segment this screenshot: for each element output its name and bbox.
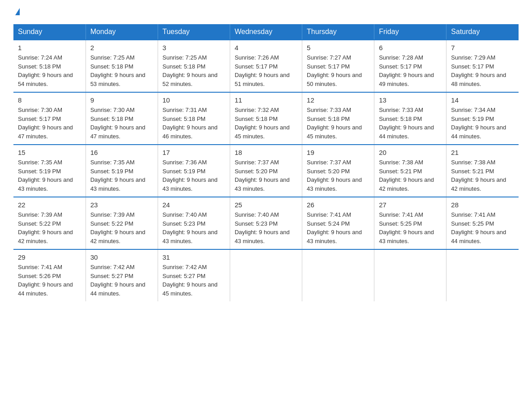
- calendar-header-row: SundayMondayTuesdayWednesdayThursdayFrid…: [13, 24, 519, 40]
- calendar-cell: 21Sunrise: 7:38 AMSunset: 5:21 PMDayligh…: [446, 145, 519, 197]
- day-info: Sunrise: 7:40 AMSunset: 5:23 PMDaylight:…: [235, 210, 297, 245]
- weekday-header-wednesday: Wednesday: [230, 24, 302, 40]
- calendar-table: SundayMondayTuesdayWednesdayThursdayFrid…: [13, 24, 519, 301]
- weekday-header-sunday: Sunday: [13, 24, 86, 40]
- day-info: Sunrise: 7:32 AMSunset: 5:18 PMDaylight:…: [235, 106, 297, 141]
- calendar-cell: 10Sunrise: 7:31 AMSunset: 5:18 PMDayligh…: [158, 92, 230, 145]
- logo: [13, 9, 20, 16]
- day-number: 1: [18, 44, 81, 51]
- day-info: Sunrise: 7:41 AMSunset: 5:26 PMDaylight:…: [18, 263, 81, 298]
- day-info: Sunrise: 7:41 AMSunset: 5:25 PMDaylight:…: [379, 210, 442, 245]
- calendar-cell: 30Sunrise: 7:42 AMSunset: 5:27 PMDayligh…: [86, 249, 158, 301]
- day-number: 3: [163, 44, 225, 51]
- day-info: Sunrise: 7:35 AMSunset: 5:19 PMDaylight:…: [90, 158, 153, 193]
- calendar-week-row: 8Sunrise: 7:30 AMSunset: 5:17 PMDaylight…: [13, 92, 519, 145]
- calendar-cell: 5Sunrise: 7:27 AMSunset: 5:17 PMDaylight…: [302, 40, 374, 92]
- weekday-header-tuesday: Tuesday: [158, 24, 230, 40]
- day-info: Sunrise: 7:33 AMSunset: 5:18 PMDaylight:…: [379, 106, 442, 141]
- calendar-cell: 20Sunrise: 7:38 AMSunset: 5:21 PMDayligh…: [374, 145, 446, 197]
- day-number: 2: [90, 44, 153, 51]
- calendar-cell: [446, 249, 519, 301]
- calendar-cell: 19Sunrise: 7:37 AMSunset: 5:20 PMDayligh…: [302, 145, 374, 197]
- day-number: 8: [18, 96, 81, 104]
- day-info: Sunrise: 7:31 AMSunset: 5:18 PMDaylight:…: [163, 106, 225, 141]
- day-number: 31: [163, 253, 225, 261]
- calendar-cell: 17Sunrise: 7:36 AMSunset: 5:19 PMDayligh…: [158, 145, 230, 197]
- day-info: Sunrise: 7:36 AMSunset: 5:19 PMDaylight:…: [163, 158, 225, 193]
- calendar-cell: 25Sunrise: 7:40 AMSunset: 5:23 PMDayligh…: [230, 197, 302, 249]
- logo-triangle-icon: [15, 8, 20, 15]
- calendar-cell: 12Sunrise: 7:33 AMSunset: 5:18 PMDayligh…: [302, 92, 374, 145]
- day-number: 11: [235, 96, 297, 104]
- day-number: 15: [18, 149, 81, 156]
- day-info: Sunrise: 7:26 AMSunset: 5:17 PMDaylight:…: [235, 53, 297, 88]
- calendar-week-row: 22Sunrise: 7:39 AMSunset: 5:22 PMDayligh…: [13, 197, 519, 249]
- calendar-week-row: 1Sunrise: 7:24 AMSunset: 5:18 PMDaylight…: [13, 40, 519, 92]
- calendar-cell: 11Sunrise: 7:32 AMSunset: 5:18 PMDayligh…: [230, 92, 302, 145]
- day-info: Sunrise: 7:30 AMSunset: 5:18 PMDaylight:…: [90, 106, 153, 141]
- calendar-cell: 27Sunrise: 7:41 AMSunset: 5:25 PMDayligh…: [374, 197, 446, 249]
- day-number: 6: [379, 44, 442, 51]
- day-number: 21: [451, 149, 514, 156]
- weekday-header-friday: Friday: [374, 24, 446, 40]
- calendar-cell: 4Sunrise: 7:26 AMSunset: 5:17 PMDaylight…: [230, 40, 302, 92]
- day-number: 20: [379, 149, 442, 156]
- calendar-cell: 26Sunrise: 7:41 AMSunset: 5:24 PMDayligh…: [302, 197, 374, 249]
- calendar-cell: 9Sunrise: 7:30 AMSunset: 5:18 PMDaylight…: [86, 92, 158, 145]
- day-number: 12: [307, 96, 369, 104]
- day-info: Sunrise: 7:42 AMSunset: 5:27 PMDaylight:…: [163, 263, 225, 298]
- logo-blue-text: [13, 9, 20, 16]
- day-number: 26: [307, 201, 369, 209]
- calendar-cell: 29Sunrise: 7:41 AMSunset: 5:26 PMDayligh…: [13, 249, 86, 301]
- day-number: 4: [235, 44, 297, 51]
- day-info: Sunrise: 7:37 AMSunset: 5:20 PMDaylight:…: [235, 158, 297, 193]
- page-header: [13, 9, 519, 16]
- calendar-cell: 7Sunrise: 7:29 AMSunset: 5:17 PMDaylight…: [446, 40, 519, 92]
- day-number: 25: [235, 201, 297, 209]
- day-number: 7: [451, 44, 514, 51]
- day-number: 5: [307, 44, 369, 51]
- calendar-cell: 28Sunrise: 7:41 AMSunset: 5:25 PMDayligh…: [446, 197, 519, 249]
- day-number: 9: [90, 96, 153, 104]
- day-info: Sunrise: 7:38 AMSunset: 5:21 PMDaylight:…: [451, 158, 514, 193]
- day-number: 13: [379, 96, 442, 104]
- calendar-cell: 15Sunrise: 7:35 AMSunset: 5:19 PMDayligh…: [13, 145, 86, 197]
- calendar-cell: 31Sunrise: 7:42 AMSunset: 5:27 PMDayligh…: [158, 249, 230, 301]
- weekday-header-saturday: Saturday: [446, 24, 519, 40]
- calendar-cell: 24Sunrise: 7:40 AMSunset: 5:23 PMDayligh…: [158, 197, 230, 249]
- day-info: Sunrise: 7:28 AMSunset: 5:17 PMDaylight:…: [379, 53, 442, 88]
- day-number: 29: [18, 253, 81, 261]
- calendar-cell: [302, 249, 374, 301]
- day-number: 19: [307, 149, 369, 156]
- day-number: 28: [451, 201, 514, 209]
- day-info: Sunrise: 7:39 AMSunset: 5:22 PMDaylight:…: [90, 210, 153, 245]
- day-info: Sunrise: 7:33 AMSunset: 5:18 PMDaylight:…: [307, 106, 369, 141]
- calendar-cell: [374, 249, 446, 301]
- calendar-cell: 23Sunrise: 7:39 AMSunset: 5:22 PMDayligh…: [86, 197, 158, 249]
- day-info: Sunrise: 7:40 AMSunset: 5:23 PMDaylight:…: [163, 210, 225, 245]
- calendar-cell: 3Sunrise: 7:25 AMSunset: 5:18 PMDaylight…: [158, 40, 230, 92]
- day-number: 17: [163, 149, 225, 156]
- day-info: Sunrise: 7:30 AMSunset: 5:17 PMDaylight:…: [18, 106, 81, 141]
- day-number: 23: [90, 201, 153, 209]
- calendar-cell: 18Sunrise: 7:37 AMSunset: 5:20 PMDayligh…: [230, 145, 302, 197]
- calendar-cell: 14Sunrise: 7:34 AMSunset: 5:19 PMDayligh…: [446, 92, 519, 145]
- day-info: Sunrise: 7:39 AMSunset: 5:22 PMDaylight:…: [18, 210, 81, 245]
- day-info: Sunrise: 7:29 AMSunset: 5:17 PMDaylight:…: [451, 53, 514, 88]
- day-info: Sunrise: 7:25 AMSunset: 5:18 PMDaylight:…: [90, 53, 153, 88]
- day-info: Sunrise: 7:27 AMSunset: 5:17 PMDaylight:…: [307, 53, 369, 88]
- calendar-cell: 16Sunrise: 7:35 AMSunset: 5:19 PMDayligh…: [86, 145, 158, 197]
- day-info: Sunrise: 7:35 AMSunset: 5:19 PMDaylight:…: [18, 158, 81, 193]
- weekday-header-monday: Monday: [86, 24, 158, 40]
- calendar-cell: 13Sunrise: 7:33 AMSunset: 5:18 PMDayligh…: [374, 92, 446, 145]
- day-number: 14: [451, 96, 514, 104]
- day-number: 18: [235, 149, 297, 156]
- calendar-cell: 1Sunrise: 7:24 AMSunset: 5:18 PMDaylight…: [13, 40, 86, 92]
- calendar-cell: [230, 249, 302, 301]
- day-number: 24: [163, 201, 225, 209]
- calendar-cell: 8Sunrise: 7:30 AMSunset: 5:17 PMDaylight…: [13, 92, 86, 145]
- calendar-cell: 2Sunrise: 7:25 AMSunset: 5:18 PMDaylight…: [86, 40, 158, 92]
- day-info: Sunrise: 7:37 AMSunset: 5:20 PMDaylight:…: [307, 158, 369, 193]
- day-number: 30: [90, 253, 153, 261]
- day-info: Sunrise: 7:25 AMSunset: 5:18 PMDaylight:…: [163, 53, 225, 88]
